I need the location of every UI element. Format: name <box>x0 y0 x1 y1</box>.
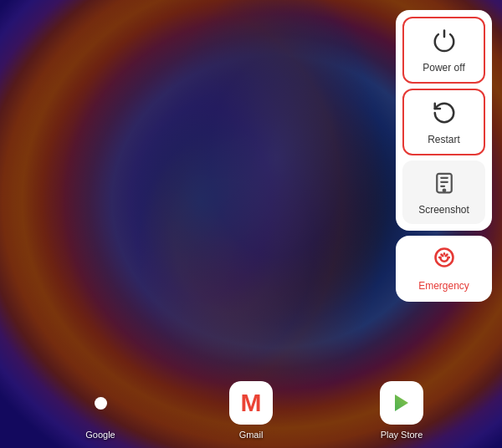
emergency-button[interactable]: Emergency <box>396 236 492 302</box>
svg-marker-7 <box>395 395 408 411</box>
playstore-label: Play Store <box>381 430 423 440</box>
power-menu: Power off Restart <box>396 10 492 302</box>
screenshot-icon <box>432 171 457 199</box>
playstore-icon <box>380 381 423 425</box>
dock-item-playstore[interactable]: Play Store <box>380 381 423 440</box>
power-off-label: Power off <box>423 62 464 74</box>
google-label: Google <box>85 430 115 440</box>
google-icon <box>79 381 122 425</box>
screenshot-label: Screenshot <box>418 204 469 216</box>
dock-item-gmail[interactable]: M Gmail <box>229 381 273 440</box>
power-off-icon <box>432 28 457 57</box>
svg-point-4 <box>443 190 445 192</box>
emergency-icon <box>433 246 456 275</box>
gmail-label: Gmail <box>239 430 264 440</box>
restart-icon <box>432 100 457 129</box>
app-dock: Google M Gmail <box>0 381 502 440</box>
gmail-icon: M <box>229 381 273 425</box>
power-menu-top: Power off Restart <box>396 10 492 231</box>
screenshot-button[interactable]: Screenshot <box>402 160 485 224</box>
svg-point-5 <box>435 249 453 267</box>
restart-button[interactable]: Restart <box>402 89 485 155</box>
dock-item-google[interactable]: Google <box>79 381 122 440</box>
gmail-letter: M <box>241 389 262 417</box>
power-off-button[interactable]: Power off <box>402 17 485 84</box>
emergency-label: Emergency <box>418 280 469 292</box>
restart-label: Restart <box>428 134 460 145</box>
